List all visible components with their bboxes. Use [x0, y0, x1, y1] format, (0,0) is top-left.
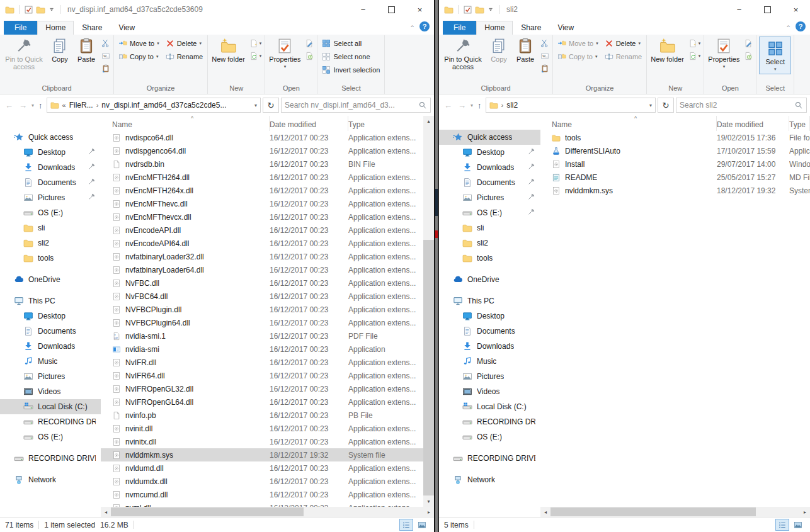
sidebar-item-tools[interactable]: tools: [439, 251, 540, 266]
easy-access-button[interactable]: ▾: [687, 50, 702, 62]
collapse-ribbon-icon[interactable]: ^: [411, 24, 414, 30]
thumbnail-view-button[interactable]: [791, 519, 805, 531]
tab-file[interactable]: File: [4, 21, 37, 35]
file-row-nvfbc64-dll[interactable]: NvFBC64.dll16/12/2017 00:23Application e…: [101, 290, 434, 303]
search-box[interactable]: Search sli2: [676, 98, 807, 113]
history-button[interactable]: [304, 50, 315, 62]
file-row-nvifr-dll[interactable]: NvIFR.dll16/12/2017 00:23Application ext…: [101, 356, 434, 369]
file-row-tools[interactable]: tools19/02/2015 17:36File folder: [540, 131, 810, 144]
sidebar-item-desktop[interactable]: Desktop: [439, 308, 540, 324]
refresh-button[interactable]: ↻: [658, 98, 674, 113]
edit-button[interactable]: [304, 37, 315, 49]
move-to-button[interactable]: Move to▾: [555, 37, 601, 50]
pin-to-quick-access-button[interactable]: Pin to Quick access: [1, 36, 47, 71]
file-row-nvdispgenco64-dll[interactable]: nvdispgenco64.dll16/12/2017 00:23Applica…: [101, 144, 434, 157]
paste-shortcut-button[interactable]: [539, 62, 550, 74]
copy-button[interactable]: Copy: [486, 36, 512, 63]
sidebar-item-recording-drive[interactable]: RECORDING DRIVE: [439, 414, 540, 429]
help-icon[interactable]: ?: [796, 21, 806, 31]
file-row-nvifr64-dll[interactable]: NvIFR64.dll16/12/2017 00:23Application e…: [101, 369, 434, 382]
scroll-left-icon[interactable]: ◂: [101, 507, 111, 517]
sidebar-item-network[interactable]: Network: [0, 472, 101, 487]
sidebar-item-sli2[interactable]: sli2: [0, 235, 101, 251]
file-row-nvdispco64-dll[interactable]: nvdispco64.dll16/12/2017 00:23Applicatio…: [101, 131, 434, 144]
column-header-type[interactable]: Type: [348, 116, 434, 131]
horizontal-scrollbar[interactable]: ◂▸: [540, 507, 810, 517]
file-row-nvencodeapi64-dll[interactable]: nvEncodeAPI64.dll16/12/2017 00:23Applica…: [101, 237, 434, 250]
refresh-button[interactable]: ↻: [263, 98, 279, 113]
minimize-button[interactable]: −: [349, 0, 377, 19]
sidebar-item-documents[interactable]: Documents: [439, 324, 540, 339]
sidebar-item-sli[interactable]: sli: [439, 220, 540, 235]
recent-locations-icon[interactable]: ▾: [470, 103, 474, 108]
forward-button[interactable]: →: [456, 101, 468, 110]
paste-button[interactable]: Paste: [512, 36, 539, 63]
history-button[interactable]: [743, 50, 754, 62]
details-view-button[interactable]: [399, 519, 413, 531]
details-view-button[interactable]: [775, 519, 789, 531]
tab-file[interactable]: File: [443, 21, 476, 35]
properties-button[interactable]: Properties▾: [266, 36, 303, 69]
sidebar-item-desktop[interactable]: Desktop: [0, 308, 101, 324]
sidebar-item-pictures[interactable]: Pictures: [0, 190, 101, 205]
file-row-nvencmfthevc-dll[interactable]: nvEncMFThevc.dll16/12/2017 00:23Applicat…: [101, 197, 434, 210]
address-box[interactable]: «FileR...›nv_dispi.inf_amd64_d37ca5c2cde…: [47, 98, 261, 113]
file-row-nvencodeapi-dll[interactable]: nvEncodeAPI.dll16/12/2017 00:23Applicati…: [101, 224, 434, 237]
scroll-down-icon[interactable]: ▾: [423, 496, 434, 507]
close-button[interactable]: ×: [782, 0, 810, 19]
sidebar-item-music[interactable]: Music: [439, 354, 540, 369]
sidebar-item-network[interactable]: Network: [439, 472, 540, 487]
sidebar-item-os-e-[interactable]: OS (E:): [439, 205, 540, 220]
back-button[interactable]: ←: [442, 101, 454, 110]
sidebar-item-downloads[interactable]: Downloads: [0, 160, 101, 175]
horizontal-scroll-thumb[interactable]: [111, 507, 304, 516]
new-item-button[interactable]: ▾: [687, 37, 702, 49]
up-button[interactable]: ↑: [476, 101, 484, 110]
file-row-nvfatbinaryloader64-dll[interactable]: nvfatbinaryLoader64.dll16/12/2017 00:23A…: [101, 263, 434, 276]
column-header-type[interactable]: Type: [789, 116, 810, 131]
minimize-button[interactable]: −: [725, 0, 753, 19]
recent-locations-icon[interactable]: ▾: [31, 103, 35, 108]
select-none-button[interactable]: Select none: [319, 50, 382, 63]
delete-button[interactable]: Delete▾: [602, 37, 645, 50]
help-icon[interactable]: ?: [419, 21, 430, 31]
file-row-nvldumd-dll[interactable]: nvldumd.dll16/12/2017 00:23Application e…: [101, 461, 434, 475]
vertical-scrollbar[interactable]: ▴▾: [423, 116, 434, 507]
sidebar-item-documents[interactable]: Documents: [0, 324, 101, 339]
sidebar-item-local-disk-c-[interactable]: Local Disk (C:): [0, 399, 101, 414]
copy-to-button[interactable]: Copy to▾: [555, 50, 601, 63]
sidebar-item-recording-drive-d[interactable]: RECORDING DRIVE (D: [439, 451, 540, 466]
sidebar-item-local-disk-c-[interactable]: Local Disk (C:): [439, 399, 540, 414]
column-header-date-modified[interactable]: Date modified: [270, 116, 348, 131]
invert-selection-button[interactable]: Invert selection: [319, 64, 382, 76]
up-button[interactable]: ↑: [37, 101, 45, 110]
sidebar-item-videos[interactable]: Videos: [439, 384, 540, 399]
new-item-button[interactable]: ▾: [248, 37, 263, 49]
file-row-nvfbcplugin-dll[interactable]: NVFBCPlugin.dll16/12/2017 00:23Applicati…: [101, 303, 434, 316]
file-row-nvencmfth264x-dll[interactable]: nvEncMFTH264x.dll16/12/2017 00:23Applica…: [101, 184, 434, 197]
tab-home[interactable]: Home: [37, 21, 74, 35]
sidebar-item-pictures[interactable]: Pictures: [439, 369, 540, 384]
sidebar-item-documents[interactable]: Documents: [439, 175, 540, 190]
cut-button[interactable]: [539, 37, 550, 49]
sidebar-item-onedrive[interactable]: OneDrive: [0, 272, 101, 287]
file-row-nvidia-smi-1[interactable]: epdfnvidia-smi.116/12/2017 00:23PDF File: [101, 329, 434, 342]
file-row-nvdrsdb-bin[interactable]: nvdrsdb.bin16/12/2017 00:23BIN File: [101, 157, 434, 171]
horizontal-scroll-thumb[interactable]: [550, 507, 756, 516]
tab-share[interactable]: Share: [74, 21, 110, 35]
file-row-nvencmfthevcx-dll[interactable]: nvEncMFThevcx.dll16/12/2017 00:23Applica…: [101, 210, 434, 224]
file-row-nvinitx-dll[interactable]: nvinitx.dll16/12/2017 00:23Application e…: [101, 435, 434, 448]
easy-access-button[interactable]: ▾: [248, 50, 263, 62]
delete-button[interactable]: Delete▾: [163, 37, 206, 50]
sidebar-item-downloads[interactable]: Downloads: [439, 160, 540, 175]
sidebar-item-pictures[interactable]: Pictures: [0, 369, 101, 384]
sidebar-item-sli[interactable]: sli: [0, 220, 101, 235]
new-folder-button[interactable]: New folder: [209, 36, 248, 63]
file-row-readme[interactable]: README25/05/2017 15:27MD File: [540, 171, 810, 184]
tab-view[interactable]: View: [549, 21, 582, 35]
copy-path-button[interactable]: W: [100, 50, 111, 62]
scroll-left-icon[interactable]: ◂: [540, 507, 550, 517]
properties-button[interactable]: Properties▾: [705, 36, 742, 69]
breadcrumb-segment[interactable]: FileR...: [69, 101, 93, 110]
sidebar-item-downloads[interactable]: Downloads: [0, 339, 101, 354]
